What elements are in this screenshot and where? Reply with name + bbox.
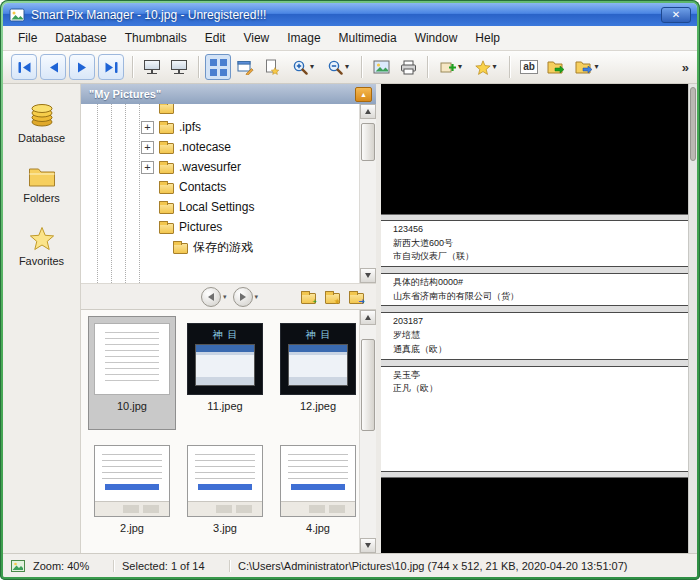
dropdown-caret-icon[interactable]: ▾ (310, 63, 314, 71)
scan-text-line: 203187 (393, 316, 676, 328)
slideshow-button[interactable] (139, 54, 165, 80)
back-dropdown-caret[interactable]: ▾ (223, 293, 227, 301)
status-bar: Zoom: 40% Selected: 1 of 14 C:\Users\Adm… (3, 553, 697, 577)
tree-scrollbar[interactable] (359, 104, 376, 283)
export-folder-button[interactable]: ▾ (570, 54, 604, 80)
back-icon (208, 293, 214, 301)
export-image-button[interactable] (368, 54, 394, 80)
scan-text-line: 具体的结构0000# (393, 277, 676, 289)
favorites-add-button[interactable]: ▾ (469, 54, 503, 80)
expander-spacer (141, 104, 154, 114)
projector-screen-settings-icon (171, 60, 187, 70)
folder-tree-panel: "My Pictures" ▲ +.ipfs +.notecase +. (81, 84, 376, 310)
folder-favorites-button[interactable]: ★ (320, 286, 344, 308)
print-button[interactable] (395, 54, 421, 80)
scroll-thumb[interactable] (361, 339, 375, 431)
folder-icon (159, 143, 174, 154)
thumbnail-3jpg[interactable]: 3.jpg (181, 438, 269, 552)
next-icon (76, 61, 89, 74)
next-image-button[interactable] (69, 54, 95, 80)
thumbnail-10jpg[interactable]: 10.jpg (88, 316, 176, 430)
menu-view[interactable]: View (234, 28, 278, 48)
folder-icon (159, 203, 174, 214)
scroll-thumb[interactable] (361, 123, 375, 161)
scroll-track[interactable] (360, 325, 376, 538)
menu-help[interactable]: Help (466, 28, 509, 48)
zoom-in-button[interactable]: ▾ (286, 54, 320, 80)
tree-item-label: .ipfs (179, 120, 201, 134)
browse-folder-button[interactable]: + (296, 286, 320, 308)
menu-thumbnails[interactable]: Thumbnails (116, 28, 196, 48)
close-button[interactable]: ✕ (661, 7, 691, 23)
menu-image[interactable]: Image (278, 28, 329, 48)
scan-row: 吴玉亭 正凡（欧） (381, 366, 688, 473)
expand-icon[interactable]: + (141, 161, 154, 174)
preview-pane[interactable]: 123456 新西大道600号 市自动仪表厂（联） 具体的结构0000# 山东省… (381, 84, 697, 553)
dropdown-caret-icon[interactable]: ▾ (492, 63, 496, 71)
previous-image-button[interactable] (40, 54, 66, 80)
scroll-down-icon (365, 543, 371, 548)
scroll-up-button[interactable] (360, 104, 376, 119)
move-folder-button[interactable] (543, 54, 569, 80)
thumbnail-12jpeg[interactable]: 神目 12.jpeg (274, 316, 359, 430)
image-editor-button[interactable] (232, 54, 258, 80)
thumbnail-caption: 11.jpeg (207, 400, 242, 412)
menu-window[interactable]: Window (406, 28, 467, 48)
dropdown-caret-icon[interactable]: ▾ (345, 63, 349, 71)
expand-icon[interactable]: + (141, 121, 154, 134)
scroll-down-icon (365, 273, 371, 278)
scroll-down-button[interactable] (360, 268, 376, 283)
title-bar[interactable]: Smart Pix Manager - 10.jpg - Unregistere… (3, 3, 697, 26)
last-image-button[interactable] (98, 54, 124, 80)
scroll-thumb[interactable] (690, 87, 696, 161)
tree-item-ipfs[interactable]: +.ipfs (81, 117, 359, 137)
menu-file[interactable]: File (9, 28, 46, 48)
rename-button[interactable]: ab (516, 54, 542, 80)
expander-spacer (155, 241, 168, 254)
scroll-up-button[interactable] (360, 310, 376, 325)
folder-icon (159, 123, 174, 134)
menu-multimedia[interactable]: Multimedia (330, 28, 406, 48)
tree-item-notecase[interactable]: +.notecase (81, 137, 359, 157)
sidebar-item-database[interactable]: Database (18, 100, 65, 144)
new-image-button[interactable] (259, 54, 285, 80)
slideshow-settings-button[interactable] (166, 54, 192, 80)
tree-item-saved-games[interactable]: 保存的游戏 (81, 237, 359, 257)
thumbnail-scrollbar[interactable] (359, 310, 376, 553)
scroll-track[interactable] (360, 119, 376, 268)
thumbnail-2jpg[interactable]: 2.jpg (88, 438, 176, 552)
dropdown-caret-icon[interactable]: ▾ (594, 63, 598, 71)
sidebar-item-favorites[interactable]: Favorites (19, 226, 64, 267)
menu-database[interactable]: Database (46, 28, 115, 48)
thumbnail-image (94, 323, 170, 395)
thumbnail-11jpeg[interactable]: 神目 11.jpeg (181, 316, 269, 430)
dropdown-caret-icon[interactable]: ▾ (458, 63, 462, 71)
scroll-down-button[interactable] (360, 538, 376, 553)
forward-icon (240, 293, 246, 301)
expander-spacer (141, 181, 154, 194)
sidebar-item-folders[interactable]: Folders (23, 166, 60, 204)
forward-button[interactable] (233, 287, 253, 307)
menu-edit[interactable]: Edit (196, 28, 235, 48)
forward-dropdown-caret[interactable]: ▾ (255, 293, 259, 301)
folder-go-button[interactable]: ➜ (344, 286, 368, 308)
thumbnail-4jpg[interactable]: 4.jpg (274, 438, 359, 552)
add-files-button[interactable]: ▾ (434, 54, 468, 80)
zoom-out-icon (327, 59, 344, 76)
scan-text-line: 市自动仪表厂（联） (393, 251, 676, 263)
tree-item-wavesurfer[interactable]: +.wavesurfer (81, 157, 359, 177)
back-button[interactable] (201, 287, 221, 307)
collapse-panel-button[interactable]: ▲ (355, 87, 372, 102)
scan-text-line: 新西大道600号 (393, 238, 676, 250)
thumbnail-view-button[interactable] (205, 54, 231, 80)
tree-item-pictures[interactable]: Pictures (81, 217, 359, 237)
preview-scrollbar[interactable] (688, 84, 697, 553)
tree-item-contacts[interactable]: Contacts (81, 177, 359, 197)
zoom-out-button[interactable]: ▾ (321, 54, 355, 80)
expand-icon[interactable]: + (141, 141, 154, 154)
tree-item-local-settings[interactable]: Local Settings (81, 197, 359, 217)
folders-icon (28, 166, 56, 188)
first-image-button[interactable] (11, 54, 37, 80)
status-image-icon (11, 560, 25, 572)
toolbar-overflow-button[interactable]: » (682, 60, 689, 75)
